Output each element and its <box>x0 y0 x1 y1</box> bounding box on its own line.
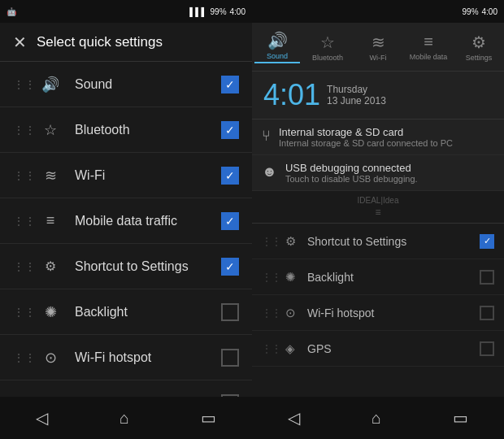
q-settings-label: Settings <box>466 54 493 62</box>
bluetooth-icon: ☆ <box>39 119 62 141</box>
list-item[interactable]: ⋮⋮ ⚙ Shortcut to Settings <box>252 224 504 259</box>
left-bottom-nav: ◁ ⌂ ▭ <box>0 397 252 439</box>
drag-handle-icon[interactable]: ⋮⋮ <box>13 306 26 319</box>
hotspot-icon: ⊙ <box>39 346 62 369</box>
android-icon: 🤖 <box>7 7 16 16</box>
clock-display: 4:01 <box>263 78 320 112</box>
item-label: Sound <box>75 77 208 92</box>
list-item[interactable]: ⋮⋮ ≋ Wi-Fi <box>0 153 252 198</box>
date-display: Thursday 13 June 2013 <box>327 84 386 106</box>
r-item-label: GPS <box>307 342 471 355</box>
r-item-label: Wi-Fi hotspot <box>307 306 471 319</box>
q-bluetooth-icon: ☆ <box>320 33 335 52</box>
time-section: 4:01 Thursday 13 June 2013 <box>252 72 504 119</box>
drag-handle-icon[interactable]: ⋮⋮ <box>262 272 273 283</box>
left-status-bar: 🤖 ▌▌▌ 99% 4:00 <box>0 0 252 23</box>
notif-debug-sub: Touch to disable USB debugging. <box>285 174 418 184</box>
drag-handle-icon[interactable]: ⋮⋮ <box>262 307 273 319</box>
r-recent-button[interactable]: ▭ <box>453 408 468 428</box>
r-backlight-checkbox[interactable] <box>480 270 494 285</box>
date-day: Thursday <box>327 84 386 95</box>
list-item[interactable]: ⋮⋮ ✺ Backlight <box>0 289 252 335</box>
r-item-label: Backlight <box>307 271 471 284</box>
drag-handle-icon[interactable]: ⋮⋮ <box>13 124 26 137</box>
r-settings-icon: ⚙ <box>281 233 299 250</box>
r-back-button[interactable]: ◁ <box>288 408 300 428</box>
r-gps-icon: ◈ <box>281 340 299 358</box>
list-item[interactable]: ⋮⋮ ✺ Backlight <box>252 259 504 295</box>
item-label: Mobile data traffic <box>75 214 208 228</box>
wifi-checkbox[interactable] <box>221 167 239 185</box>
time-text: 4:00 <box>230 7 245 16</box>
q-wifi-icon: ≋ <box>371 33 385 52</box>
item-label: Shortcut to Settings <box>75 259 208 274</box>
notif-debug-content: USB debugging connected Touch to disable… <box>285 162 418 184</box>
drag-handle-icon[interactable]: ⋮⋮ <box>13 260 26 273</box>
q-sound-icon: 🔊 <box>267 31 288 50</box>
q-wifi-label: Wi-Fi <box>370 54 387 62</box>
right-status-bar: 99% 4:00 <box>252 0 504 23</box>
notification-storage[interactable]: ⑂ Internal storage & SD card Internal st… <box>252 120 504 155</box>
recent-button[interactable]: ▭ <box>201 408 216 428</box>
item-label: Backlight <box>75 305 208 319</box>
drag-handle-icon[interactable]: ⋮⋮ <box>13 78 26 91</box>
r-gps-checkbox[interactable] <box>480 341 494 356</box>
drag-handle-icon[interactable]: ⋮⋮ <box>262 343 273 354</box>
notification-debug[interactable]: ☻ USB debugging connected Touch to disab… <box>252 155 504 191</box>
debug-icon: ☻ <box>262 163 277 180</box>
wrench-icon: ✕ <box>13 33 27 52</box>
drag-handle-icon[interactable]: ⋮⋮ <box>262 236 273 247</box>
sound-checkbox[interactable] <box>221 76 239 93</box>
list-item[interactable]: ⋮⋮ ⊙ Wi-Fi hotspot <box>0 335 252 380</box>
list-item[interactable]: ⋮⋮ ⚙ Shortcut to Settings <box>0 244 252 289</box>
date-full: 13 June 2013 <box>327 95 386 106</box>
list-item[interactable]: ⋮⋮ ◈ GPS <box>252 331 504 367</box>
battery-text: 99% <box>211 7 227 16</box>
home-button[interactable]: ⌂ <box>119 409 129 428</box>
back-button[interactable]: ◁ <box>36 408 48 428</box>
list-item[interactable]: ⋮⋮ ⊙ Wi-Fi hotspot <box>252 295 504 331</box>
notif-debug-title: USB debugging connected <box>285 162 418 174</box>
quick-sound[interactable]: 🔊 Sound <box>254 31 300 63</box>
list-item[interactable]: ⋮⋮ ☆ Bluetooth <box>0 107 252 153</box>
r-shortcut-checkbox[interactable] <box>480 234 494 249</box>
drag-handle-icon[interactable]: ⋮⋮ <box>13 351 26 364</box>
r-battery-text: 99% <box>463 7 479 16</box>
backlight-checkbox[interactable] <box>221 303 239 321</box>
quick-settings-bar: 🔊 Sound ☆ Bluetooth ≋ Wi-Fi ≡ Mobile dat… <box>252 23 504 72</box>
drag-handle-icon[interactable]: ⋮⋮ <box>13 215 26 228</box>
quick-bluetooth[interactable]: ☆ Bluetooth <box>305 33 350 62</box>
left-header: ✕ Select quick settings <box>0 23 252 62</box>
r-item-label: Shortcut to Settings <box>307 235 471 248</box>
drag-handle-icon[interactable]: ⋮⋮ <box>13 169 26 182</box>
list-item[interactable]: ⋮⋮ ◈ GPS <box>0 380 252 397</box>
q-mobile-icon: ≡ <box>424 33 433 51</box>
r-home-button[interactable]: ⌂ <box>371 409 381 428</box>
item-label: Wi-Fi hotspot <box>75 350 208 365</box>
notification-area: ⑂ Internal storage & SD card Internal st… <box>252 119 504 191</box>
divider-area: IDEAL|Idea ≡ <box>252 191 504 224</box>
signal-icon: ▌▌▌ <box>189 7 206 16</box>
mobile-checkbox[interactable] <box>221 212 239 230</box>
settings-icon: ⚙ <box>39 255 62 278</box>
q-sound-label: Sound <box>267 52 288 60</box>
r-backlight-icon: ✺ <box>281 268 299 286</box>
notif-storage-title: Internal storage & SD card <box>279 126 453 138</box>
item-label: Wi-Fi <box>75 168 208 183</box>
hotspot-checkbox[interactable] <box>221 349 239 367</box>
quick-settings[interactable]: ⚙ Settings <box>456 33 502 62</box>
list-item[interactable]: ⋮⋮ ≡ Mobile data traffic <box>0 198 252 244</box>
bluetooth-checkbox[interactable] <box>221 121 239 139</box>
quick-mobile[interactable]: ≡ Mobile data <box>406 33 451 61</box>
mobile-icon: ≡ <box>39 210 62 233</box>
right-settings-list: ⋮⋮ ⚙ Shortcut to Settings ⋮⋮ ✺ Backlight… <box>252 224 504 397</box>
status-left: 🤖 <box>7 7 16 16</box>
r-hotspot-icon: ⊙ <box>281 304 299 322</box>
quick-wifi[interactable]: ≋ Wi-Fi <box>355 33 401 62</box>
notif-storage-content: Internal storage & SD card Internal stor… <box>279 126 453 148</box>
r-hotspot-checkbox[interactable] <box>480 306 494 320</box>
shortcut-checkbox[interactable] <box>221 258 239 276</box>
q-settings-icon: ⚙ <box>471 33 486 52</box>
r-time-text: 4:00 <box>482 7 497 16</box>
list-item[interactable]: ⋮⋮ 🔊 Sound <box>0 62 252 107</box>
